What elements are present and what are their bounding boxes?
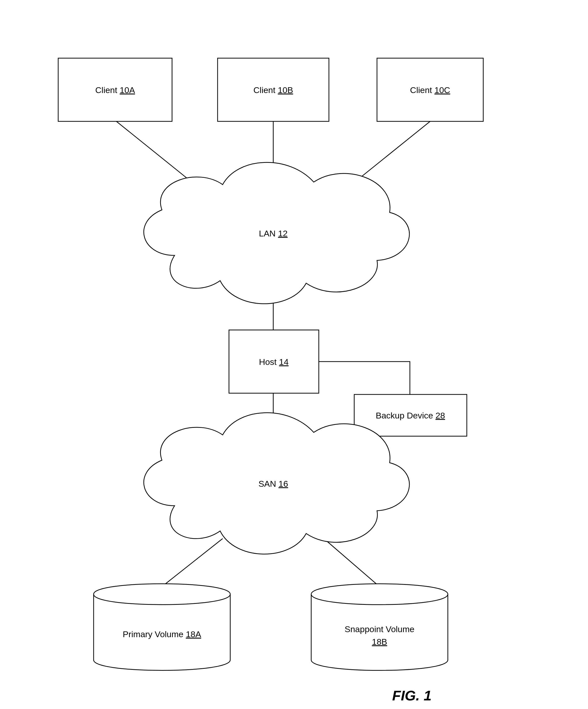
svg-text:Client
       
      10B: Client 10B	[254, 85, 293, 95]
host-box: Host 14	[229, 330, 319, 393]
client-b-ref: 10B	[278, 85, 293, 95]
host-ref: 14	[279, 357, 289, 367]
snappoint-volume-cylinder: Snappoint Volume 18B	[311, 584, 448, 671]
san-cloud: SAN 16	[144, 413, 409, 554]
san-label: SAN	[258, 479, 276, 489]
svg-text:Host
       
      14: Host 14	[259, 357, 288, 367]
client-box-a: Client 10A	[58, 58, 172, 121]
client-a-label: Client	[95, 85, 118, 95]
svg-text:Client
       
      10C: Client 10C	[410, 85, 450, 95]
backup-label: Backup Device	[376, 411, 433, 420]
snappoint-volume-ref: 18B	[372, 637, 387, 647]
lan-ref: 12	[278, 229, 288, 238]
backup-ref: 28	[435, 411, 445, 420]
connector	[319, 362, 410, 394]
svg-text:Backup Device
       
      28: Backup Device 28	[376, 411, 445, 420]
primary-volume-cylinder: Primary Volume 18A	[94, 584, 230, 671]
client-box-b: Client 10B	[218, 58, 329, 121]
host-label: Host	[259, 357, 277, 367]
client-a-ref: 10A	[120, 85, 135, 95]
backup-device-box: Backup Device 28	[354, 394, 467, 436]
primary-volume-label: Primary Volume	[123, 629, 183, 639]
san-ref: 16	[279, 479, 288, 489]
lan-label: LAN	[259, 229, 276, 238]
client-box-c: Client 10C	[377, 58, 483, 121]
client-b-label: Client	[254, 85, 276, 95]
figure-caption: FIG. 1	[392, 687, 432, 704]
svg-text:Primary Volume
        
      : Primary Volume 18A	[123, 629, 201, 639]
primary-volume-ref: 18A	[186, 629, 201, 639]
svg-text:SAN
       
      16: SAN 16	[258, 479, 288, 489]
connector	[162, 539, 223, 587]
diagram-canvas: Client 10A Client 10B Client 10C LAN 12	[0, 0, 588, 709]
svg-text:LAN
       
      12: LAN 12	[259, 229, 287, 238]
svg-text:Client
       
      10A: Client 10A	[95, 85, 135, 95]
snappoint-volume-label: Snappoint Volume	[344, 624, 414, 634]
connector	[324, 539, 380, 587]
client-c-ref: 10C	[434, 85, 450, 95]
lan-cloud: LAN 12	[144, 162, 409, 304]
client-c-label: Client	[410, 85, 432, 95]
